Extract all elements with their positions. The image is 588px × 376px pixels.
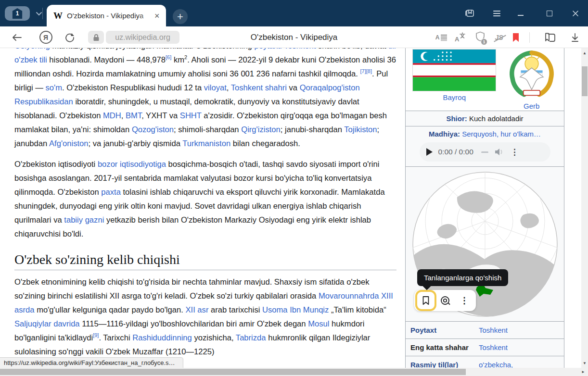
text-span: va xyxy=(287,83,300,92)
wiki-link[interactable]: Qozog'iston xyxy=(132,125,174,134)
text-span: shahri bo'lib, davlat xyxy=(316,48,388,50)
official-languages-value-link[interactable]: o'zbekcha, qoraqalpoqcha xyxy=(479,360,551,368)
wiki-link[interactable]: [7][8] xyxy=(360,68,372,74)
browser-toolbar: Я uz.wikipedia.org O'zbekiston - Vikiped… xyxy=(0,26,588,48)
wiki-link[interactable]: viloyat xyxy=(204,83,227,92)
text-span: ; va janubi-g'arbiy qismida xyxy=(89,139,183,148)
scroll-up-arrow[interactable]: ▲ xyxy=(581,49,588,57)
flag-image[interactable]: Bayroq xyxy=(413,50,496,101)
capital-value-link[interactable]: Toshkent xyxy=(479,325,551,335)
wiki-link[interactable]: Saljuqiylar davrida xyxy=(14,319,80,328)
flag-caption-link[interactable]: Bayroq xyxy=(443,93,466,101)
audio-time: 0:00 / 0:00 xyxy=(438,148,473,156)
text-span: arab tarixchisi xyxy=(208,305,262,314)
scroll-down-arrow[interactable]: ▼ xyxy=(581,359,588,367)
wiki-link[interactable]: Afg'oniston xyxy=(49,139,89,148)
wiki-link[interactable]: [9] xyxy=(93,332,99,338)
gerb-caption-link[interactable]: Gerb xyxy=(524,102,539,110)
coat-of-arms-image[interactable]: Gerb xyxy=(507,50,557,110)
wiki-link[interactable]: Toshkent shahri xyxy=(231,83,287,92)
yandex-home-icon[interactable]: Я xyxy=(38,26,54,48)
wiki-link[interactable]: Turkmaniston xyxy=(182,139,230,148)
wiki-link[interactable]: bozor iqtisodiyotiga xyxy=(98,160,166,169)
text-span: O'zbek etnonimining kelib chiqishi to'g'… xyxy=(14,277,370,301)
wiki-link[interactable]: Tojikiston xyxy=(344,125,377,134)
maximize-button[interactable] xyxy=(543,7,556,20)
audio-player[interactable]: 0:00 / 0:00 ⋮ xyxy=(420,142,550,162)
text-span: „Ta'lim kitobida“ xyxy=(329,305,386,314)
audio-menu-kebab-icon[interactable]: ⋮ xyxy=(511,147,519,157)
new-tab-button[interactable]: + xyxy=(173,9,188,24)
volume-slider[interactable] xyxy=(481,151,488,153)
wiki-link[interactable]: Qirg'iziston xyxy=(241,125,281,134)
collections-icon[interactable] xyxy=(541,26,559,48)
wiki-link[interactable]: XII asr xyxy=(185,305,208,314)
tab-close-icon[interactable]: × xyxy=(154,12,160,20)
wiki-link[interactable]: poytaxti Toshkent xyxy=(254,48,316,50)
wiki-link[interactable]: SHHT xyxy=(180,111,202,120)
browser-menu-icon[interactable] xyxy=(490,7,503,20)
window-close-button[interactable] xyxy=(569,7,582,20)
text-span: , YXHT va xyxy=(141,111,180,120)
wiki-link[interactable]: BMT xyxy=(126,111,141,120)
wiki-link[interactable]: Osiyoning xyxy=(14,48,50,50)
wiki-link[interactable]: so'm xyxy=(46,83,63,92)
table-row: Poytaxt Toshkent xyxy=(406,322,564,339)
protect-shield-icon[interactable]: 1 xyxy=(472,26,489,48)
vertical-scroll-thumb[interactable] xyxy=(582,66,588,96)
scroll-right-arrow[interactable]: ► xyxy=(580,368,587,376)
horizontal-scrollbar[interactable]: ► xyxy=(0,368,588,376)
horizontal-scroll-thumb[interactable] xyxy=(0,369,466,375)
play-icon[interactable] xyxy=(426,148,433,156)
more-options-kebab-icon[interactable]: ⋮ xyxy=(456,292,473,309)
add-to-favorites-button[interactable] xyxy=(417,292,435,309)
wiki-link[interactable]: Mosul xyxy=(308,319,329,328)
sidebar-panel-icon[interactable] xyxy=(463,7,476,20)
anthem-link[interactable]: Serquyosh, hur o'lkam… xyxy=(460,130,541,138)
reader-mode-icon[interactable]: A xyxy=(433,26,449,48)
site-security-lock-icon[interactable] xyxy=(88,31,104,44)
minimize-button[interactable] xyxy=(514,7,527,20)
wiki-link[interactable]: MDH xyxy=(103,111,121,120)
wiki-link[interactable]: Rashiduddinning xyxy=(132,333,192,342)
motto-label[interactable]: Shior: xyxy=(446,114,467,123)
wiki-link[interactable]: paxta xyxy=(101,188,121,197)
tab-title: O'zbekiston - Vikipediya xyxy=(67,12,152,20)
section-heading: O'zbek so'zining kelib chiqishi xyxy=(14,252,396,270)
text-span: km xyxy=(171,55,184,64)
text-span: bilan chegaradosh. xyxy=(230,139,300,148)
titlebar-divider xyxy=(42,8,43,19)
page-content: Osiyoning markaziy qismida joylashgan ma… xyxy=(0,48,581,368)
refresh-button[interactable] xyxy=(62,26,78,48)
text-span: ; janubi-sharqdan xyxy=(281,125,345,134)
text-span: , xyxy=(121,111,126,120)
javascript-disabled-icon[interactable]: JS xyxy=(491,26,507,48)
text-span: , xyxy=(227,83,231,92)
downloads-icon[interactable] xyxy=(567,26,583,48)
article-paragraph: O'zbekiston iqtisodiyoti bozor iqtisodiy… xyxy=(14,157,396,241)
official-languages-label-link[interactable]: Rasmiy til(lar) xyxy=(410,360,479,368)
tab-counter-button[interactable]: 1 xyxy=(5,6,30,21)
image-hover-toolbar: ⋮ xyxy=(414,290,476,311)
titlebar: 1 W O'zbekiston - Vikipediya × + xyxy=(0,0,588,26)
wiki-link[interactable]: [6] xyxy=(166,54,171,60)
mute-speaker-icon[interactable] xyxy=(494,148,504,156)
largest-city-value-link[interactable]: Toshkent xyxy=(479,342,551,352)
address-bar[interactable]: uz.wikipedia.org xyxy=(106,31,179,44)
active-tab[interactable]: W O'zbekiston - Vikipediya × xyxy=(47,5,166,26)
capital-label-link[interactable]: Poytaxt xyxy=(410,325,479,335)
status-bar-url: https://uz.wikipedia.org/wiki/Fayl:Узбек… xyxy=(0,357,183,368)
tooltip: Tanlanganlarga qo'shish xyxy=(417,269,508,286)
wiki-link[interactable]: Usoma Ibn Munqiz xyxy=(262,305,329,314)
image-search-icon[interactable] xyxy=(436,292,454,309)
translate-icon[interactable]: A xyxy=(452,26,469,48)
toolbar-divider xyxy=(529,32,530,43)
text-span: . Tarixchi xyxy=(99,333,132,342)
back-button[interactable] xyxy=(9,26,25,48)
anthem-label[interactable]: Madhiya: xyxy=(429,130,460,138)
wiki-link[interactable]: tabiiy gazni xyxy=(64,215,104,225)
wiki-link[interactable]: Tabrizda xyxy=(236,333,266,342)
vertical-scrollbar[interactable]: ▲ ▼ xyxy=(581,48,588,368)
article-paragraph: O'zbek etnonimining kelib chiqishi to'g'… xyxy=(14,275,396,359)
bookmark-page-icon[interactable] xyxy=(508,26,524,48)
